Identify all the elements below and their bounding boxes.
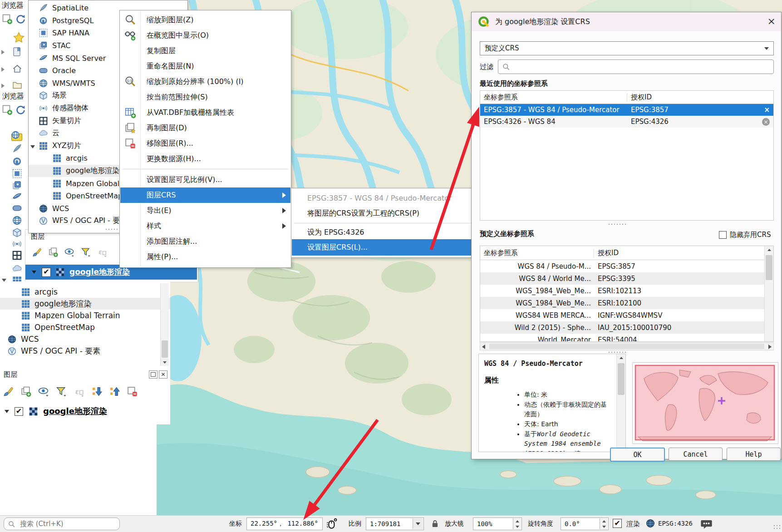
layer-row[interactable]: google地形渲染	[0, 404, 170, 419]
expression-filter-icon[interactable]: ε	[74, 386, 85, 397]
refresh-icon[interactable]	[15, 104, 25, 115]
expand-arrow-icon[interactable]	[1, 50, 5, 54]
column-header-authid[interactable]: 授权ID	[594, 249, 619, 257]
filter-input[interactable]	[498, 59, 774, 74]
dialog-close-icon[interactable]: ×	[767, 16, 776, 27]
add-group-icon[interactable]	[20, 386, 32, 397]
browser-item-wcs[interactable]: WCS	[0, 333, 170, 345]
remove-from-recent-icon[interactable]: ×	[762, 118, 773, 126]
scrollbar-horizontal[interactable]	[480, 342, 774, 350]
scrollbar-thumb[interactable]	[618, 363, 625, 395]
layer-visibility-checkbox[interactable]	[15, 407, 23, 416]
browser-item-google-terrain[interactable]: google地形渲染	[0, 298, 170, 310]
browser-item-openstreetmap[interactable]: OpenStreetMap	[0, 321, 170, 333]
magnifier-value[interactable]: 100%	[473, 517, 522, 530]
crs-type-combobox[interactable]: 预定义CRS	[480, 41, 774, 55]
submenu-item-set-epsg4326[interactable]: 设为 EPSG:4326	[292, 225, 477, 240]
rotation-value[interactable]: 0.0°	[561, 517, 609, 530]
filter-legend-icon[interactable]	[56, 386, 67, 397]
scroll-up-button[interactable]	[617, 354, 625, 361]
bookmarks-icon[interactable]	[12, 46, 23, 57]
remove-from-recent-icon[interactable]: ×	[764, 106, 773, 114]
crs-row[interactable]: World_MercatorESRI:54004	[480, 334, 773, 342]
scroll-left-icon[interactable]	[482, 345, 485, 349]
crs-globe-icon[interactable]	[645, 518, 655, 528]
column-header-authid[interactable]: 授权ID	[627, 93, 652, 102]
scrollbar-thumb[interactable]	[489, 344, 764, 349]
sap-hana-icon[interactable]	[12, 168, 22, 179]
style-manager-icon[interactable]	[32, 247, 42, 257]
style-manager-icon[interactable]	[3, 386, 14, 397]
layer-name[interactable]: google地形渲染	[43, 406, 107, 417]
lock-scale-icon[interactable]	[430, 519, 440, 528]
scrollbar-vertical[interactable]	[616, 354, 625, 452]
expression-filter-icon[interactable]: ε	[97, 247, 108, 257]
menu-item-copy-layer[interactable]: 复制图层	[120, 43, 290, 59]
menu-item-duplicate-layer[interactable]: 再制图层(D)	[120, 120, 290, 136]
spinner-buttons[interactable]	[513, 518, 521, 529]
menu-item-rename-layer[interactable]: 重命名图层(N)	[120, 59, 290, 74]
close-panel-button[interactable]: ✕	[159, 370, 167, 379]
table-header[interactable]: 坐标参照系 授权ID	[480, 91, 773, 104]
scroll-down-button[interactable]	[161, 359, 169, 366]
recent-crs-row-selected[interactable]: EPSG:3857 - WGS 84 / Pseudo-Mercator EPS…	[480, 104, 773, 116]
menu-item-styles[interactable]: 样式	[120, 218, 290, 234]
expand-arrow-icon[interactable]	[1, 67, 5, 72]
menu-item-show-in-overview[interactable]: 在概览图中显示(O)	[120, 28, 290, 43]
remove-layer-icon[interactable]	[127, 386, 138, 397]
layer-visibility-checkbox[interactable]	[42, 268, 51, 277]
menu-item-properties[interactable]: 属性(P)...	[120, 249, 290, 265]
hide-deprecated-checkbox[interactable]	[719, 231, 727, 239]
vector-tiles-icon[interactable]	[12, 250, 22, 261]
scrollbar-thumb[interactable]	[162, 340, 168, 358]
add-layer-icon[interactable]	[2, 104, 13, 115]
column-header-crs[interactable]: 坐标参照系	[480, 93, 627, 102]
expand-arrow-icon[interactable]	[1, 84, 5, 88]
spatialite-icon[interactable]	[12, 143, 22, 154]
spinner-buttons[interactable]	[600, 518, 608, 529]
help-button[interactable]: Help	[727, 448, 781, 461]
table-header[interactable]: 坐标参照系 授权ID	[480, 246, 773, 260]
move-layer-up-icon[interactable]	[109, 386, 120, 397]
scene-icon[interactable]	[12, 227, 22, 238]
home-icon[interactable]	[12, 64, 23, 74]
ok-button[interactable]: OK	[610, 448, 665, 462]
column-header-crs[interactable]: 坐标参照系	[480, 249, 594, 257]
locator-search-box[interactable]	[4, 517, 120, 530]
menu-item-export[interactable]: 导出(E)	[120, 203, 290, 218]
splitter-grip[interactable]	[608, 223, 626, 225]
cancel-button[interactable]: Cancel	[669, 448, 723, 461]
filter-legend-icon[interactable]	[81, 247, 91, 257]
move-layer-down-icon[interactable]	[91, 386, 103, 397]
menu-item-stretch-extent[interactable]: 按当前范围拉伸(S)	[120, 89, 290, 105]
collapse-arrow-icon[interactable]	[30, 145, 35, 148]
menu-item-load-vat[interactable]: 从VAT.DBF加载栅格属性表	[120, 105, 290, 120]
menu-item-zoom-to-layer[interactable]: 缩放到图层(Z)	[120, 12, 290, 28]
crs-row[interactable]: WGS84 WEB MERCA...IGNF:WGS84WMSV	[480, 309, 773, 321]
recent-crs-row[interactable]: EPSG:4326 - WGS 84 EPSG:4326 ×	[480, 116, 773, 128]
oracle-icon[interactable]	[12, 203, 22, 213]
splitter-grip[interactable]	[608, 351, 626, 353]
sensor-icon[interactable]	[12, 239, 22, 249]
render-checkbox[interactable]	[613, 519, 622, 528]
menu-item-add-layer-notes[interactable]: 添加图层注解...	[120, 234, 290, 249]
status-crs-value[interactable]: EPSG:4326	[658, 520, 693, 527]
visibility-eye-icon[interactable]	[38, 386, 49, 397]
window-resize-grip[interactable]	[773, 524, 780, 531]
refresh-icon[interactable]	[15, 14, 25, 25]
collapse-arrow-icon[interactable]	[32, 271, 36, 274]
browser-item-mapzen[interactable]: Mapzen Global Terrain	[0, 310, 170, 321]
menu-item-remove-layer[interactable]: 移除图层(R)...	[120, 136, 290, 151]
crs-row[interactable]: WGS_1984_Web_Me...ESRI:102113	[480, 285, 773, 297]
mouse-coordinate-icon[interactable]	[326, 518, 338, 530]
mssql-icon[interactable]	[12, 192, 22, 202]
visibility-eye-icon[interactable]	[64, 247, 75, 257]
scrollbar-vertical[interactable]	[160, 283, 169, 366]
cloud-icon[interactable]	[12, 263, 22, 274]
crs-row[interactable]: WGS_1984_Web_Me...ESRI:102100	[480, 297, 773, 309]
menu-item-layer-crs[interactable]: 图层CRS	[120, 187, 290, 203]
float-panel-button[interactable]	[149, 370, 157, 379]
menu-item-set-scale-visibility[interactable]: 设置图层可见比例(V)...	[120, 172, 290, 187]
panel-resize-grip[interactable]	[105, 228, 121, 230]
scale-combobox[interactable]: 1:709181	[366, 517, 424, 530]
